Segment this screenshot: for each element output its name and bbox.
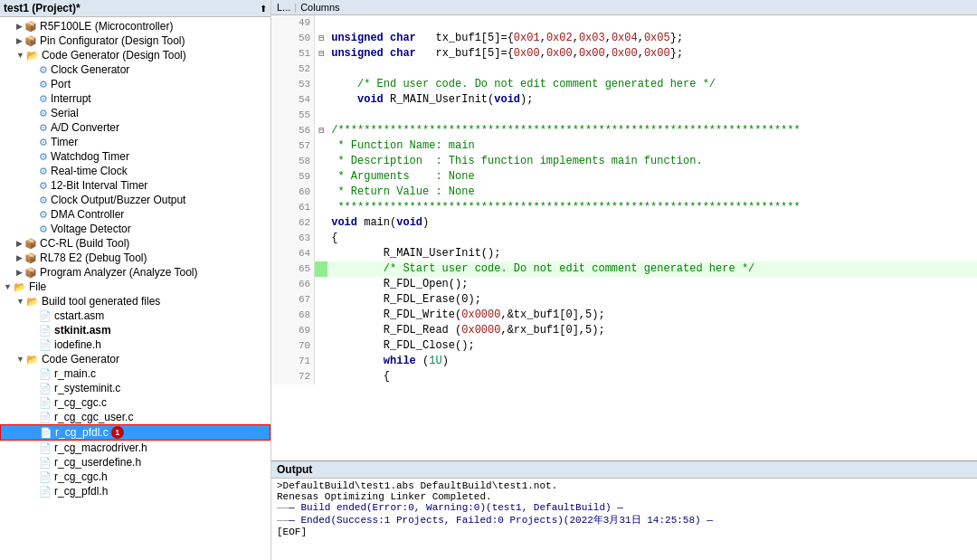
- tree-item-interrupt[interactable]: ⚙Interrupt: [0, 91, 270, 106]
- output-content[interactable]: >DefaultBuild\test1.abs DefaultBuild\tes…: [271, 479, 977, 560]
- line-content[interactable]: * Return Value : None: [327, 185, 976, 200]
- tree-item-iodefine-h[interactable]: 📄iodefine.h: [0, 337, 270, 352]
- tree-item-r-cg-cgc-user-c[interactable]: 📄r_cg_cgc_user.c: [0, 410, 270, 424]
- tree-item-label: r_cg_macrodriver.h: [54, 441, 147, 454]
- expand-icon[interactable]: ▼: [16, 355, 24, 364]
- line-content[interactable]: ****************************************…: [327, 200, 976, 215]
- tree-item-label: r_main.c: [54, 367, 96, 380]
- tree-item-label: R5F100LE (Microcontroller): [40, 20, 173, 33]
- line-marker: [315, 138, 328, 154]
- tree-item-build-tool-files[interactable]: ▼📂Build tool generated files: [0, 294, 270, 308]
- tree-item-rl78-e2[interactable]: ▶📦RL78 E2 (Debug Tool): [0, 251, 270, 265]
- file-icon: 📄: [39, 368, 52, 380]
- tree-item-label: r_cg_cgc.c: [54, 396, 107, 409]
- columns-tab[interactable]: Columns: [300, 2, 339, 13]
- tree-item-cc-rl[interactable]: ▶📦CC-RL (Build Tool): [0, 236, 270, 251]
- line-content[interactable]: R_FDL_Open();: [327, 277, 976, 292]
- line-content[interactable]: {: [327, 369, 976, 384]
- line-content[interactable]: [327, 15, 976, 31]
- tree-item-r-cg-pfdl-c[interactable]: 📄r_cg_pfdl.c1: [0, 424, 270, 441]
- tree-item-serial[interactable]: ⚙Serial: [0, 106, 270, 120]
- line-content[interactable]: [327, 62, 976, 77]
- expand-icon[interactable]: ▶: [16, 268, 23, 277]
- tree-item-port[interactable]: ⚙Port: [0, 77, 270, 91]
- code-editor[interactable]: 49 50 ⊟ unsigned char tx_buf1[5]={0x01,0…: [271, 15, 977, 460]
- line-number: 52: [271, 62, 315, 77]
- line-content[interactable]: void R_MAIN_UserInit(void);: [327, 92, 976, 108]
- code-line: 51 ⊟ unsigned char rx_buf1[5]={0x00,0x00…: [271, 46, 977, 62]
- line-content[interactable]: /***************************************…: [327, 123, 976, 138]
- tree-item-watchdog-timer[interactable]: ⚙Watchdog Timer: [0, 149, 270, 164]
- badge: 1: [111, 426, 124, 439]
- tree-item-stkinit-asm[interactable]: 📄stkinit.asm: [0, 323, 270, 337]
- tree-item-12bit-interval[interactable]: ⚙12-Bit Interval Timer: [0, 178, 270, 193]
- tree-item-r-cg-userdefine-h[interactable]: 📄r_cg_userdefine.h: [0, 455, 270, 470]
- sidebar-scroll-btn[interactable]: ⬆: [260, 4, 267, 14]
- gear-icon: ⚙: [39, 195, 48, 206]
- output-line: Renesas Optimizing Linker Completed.: [277, 491, 972, 502]
- line-number: 49: [271, 15, 315, 31]
- line-content[interactable]: /* End user code. Do not edit comment ge…: [327, 77, 976, 92]
- tree-item-code-generator-design[interactable]: ▼📂Code Generator (Design Tool): [0, 48, 270, 62]
- tree-item-label: Real-time Clock: [51, 165, 128, 177]
- tree-item-dma-controller[interactable]: ⚙DMA Controller: [0, 207, 270, 222]
- gear-icon: ⚙: [39, 151, 48, 163]
- line-content[interactable]: void main(void): [327, 215, 976, 231]
- line-content[interactable]: * Description : This function implements…: [327, 154, 976, 169]
- line-content[interactable]: while (1U): [327, 354, 976, 369]
- tree-item-ad-converter[interactable]: ⚙A/D Converter: [0, 120, 270, 135]
- line-content[interactable]: unsigned char tx_buf1[5]={0x01,0x02,0x03…: [327, 31, 976, 46]
- tree-item-r-cg-cgc-c[interactable]: 📄r_cg_cgc.c: [0, 395, 270, 410]
- tree-item-label: r_cg_pfdl.h: [54, 485, 108, 498]
- line-content[interactable]: unsigned char rx_buf1[5]={0x00,0x00,0x00…: [327, 46, 976, 62]
- tree-item-r5f100le[interactable]: ▶📦R5F100LE (Microcontroller): [0, 19, 270, 33]
- line-content[interactable]: * Arguments : None: [327, 169, 976, 185]
- line-content[interactable]: R_MAIN_UserInit();: [327, 246, 976, 261]
- tree-item-pin-configurator[interactable]: ▶📦Pin Configurator (Design Tool): [0, 33, 270, 48]
- line-marker: [315, 154, 328, 169]
- line-number: 59: [271, 169, 315, 185]
- tree-item-clock-output[interactable]: ⚙Clock Output/Buzzer Output: [0, 193, 270, 207]
- line-marker: [315, 108, 328, 123]
- folder-icon: 📂: [26, 354, 39, 365]
- tree-item-clock-generator[interactable]: ⚙Clock Generator: [0, 62, 270, 77]
- gear-icon: ⚙: [39, 223, 48, 235]
- expand-icon[interactable]: ▶: [16, 239, 23, 248]
- expand-icon[interactable]: ▼: [16, 51, 24, 60]
- line-content[interactable]: * Function Name: main: [327, 138, 976, 154]
- tree-item-label: DMA Controller: [51, 208, 124, 221]
- code-line: 65 /* Start user code. Do not edit comme…: [271, 261, 977, 277]
- tree-item-voltage-detector[interactable]: ⚙Voltage Detector: [0, 222, 270, 236]
- expand-icon[interactable]: ▼: [4, 282, 12, 291]
- tree-item-label: Clock Generator: [51, 63, 129, 76]
- line-content[interactable]: [327, 108, 976, 123]
- tree-item-code-generator-files[interactable]: ▼📂Code Generator: [0, 352, 270, 366]
- line-content[interactable]: R_FDL_Close();: [327, 338, 976, 354]
- tree-item-file[interactable]: ▼📂File: [0, 280, 270, 294]
- line-content[interactable]: /* Start user code. Do not edit comment …: [327, 261, 976, 277]
- sidebar-title: test1 (Project)*: [4, 2, 81, 14]
- line-content[interactable]: R_FDL_Write(0x0000,&tx_buf1[0],5);: [327, 308, 976, 323]
- expand-icon[interactable]: ▼: [16, 297, 24, 306]
- tree-item-r-systeminit-c[interactable]: 📄r_systeminit.c: [0, 381, 270, 395]
- folder-icon: 📂: [26, 50, 39, 62]
- line-content[interactable]: R_FDL_Read (0x0000,&rx_buf1[0],5);: [327, 323, 976, 338]
- expand-icon[interactable]: ▶: [16, 253, 23, 262]
- tree-item-program-analyzer[interactable]: ▶📦Program Analyzer (Analyze Tool): [0, 265, 270, 280]
- tree-item-r-main-c[interactable]: 📄r_main.c: [0, 366, 270, 381]
- tree-item-realtime-clock[interactable]: ⚙Real-time Clock: [0, 164, 270, 178]
- code-line: 60 * Return Value : None: [271, 185, 977, 200]
- expand-icon[interactable]: ▶: [16, 36, 23, 45]
- tree-item-r-cg-pfdl-h[interactable]: 📄r_cg_pfdl.h: [0, 484, 270, 498]
- tree-item-r-cg-macrodriver-h[interactable]: 📄r_cg_macrodriver.h: [0, 441, 270, 455]
- line-content[interactable]: {: [327, 231, 976, 246]
- line-content[interactable]: R_FDL_Erase(0);: [327, 292, 976, 308]
- line-number: 70: [271, 338, 315, 354]
- tree-item-r-cg-cgc-h[interactable]: 📄r_cg_cgc.h: [0, 470, 270, 484]
- tree-item-cstart-asm[interactable]: 📄cstart.asm: [0, 308, 270, 323]
- tree-item-timer[interactable]: ⚙Timer: [0, 135, 270, 149]
- output-header: Output: [271, 461, 977, 479]
- sidebar: test1 (Project)* ⬆ ▶📦R5F100LE (Microcont…: [0, 0, 271, 560]
- tab-label[interactable]: L...: [277, 2, 290, 13]
- expand-icon[interactable]: ▶: [16, 22, 23, 31]
